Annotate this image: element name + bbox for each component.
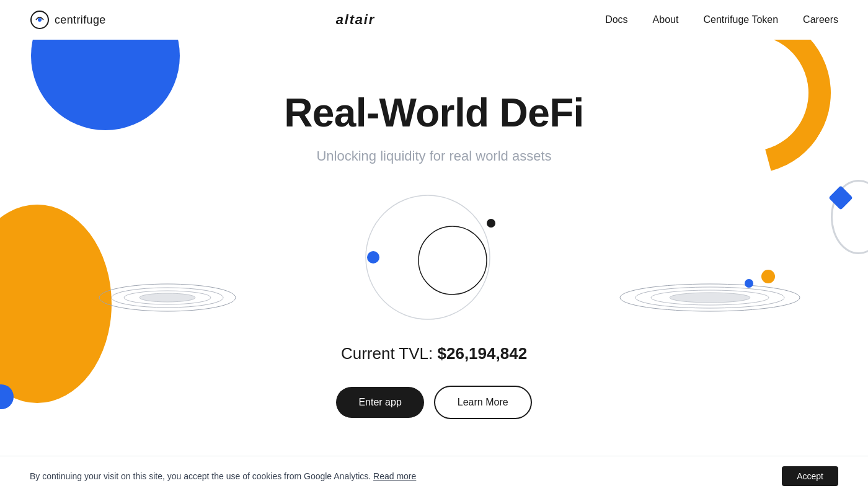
svg-point-1 [38,18,42,22]
learn-more-button[interactable]: Learn More [434,386,532,419]
nav-docs[interactable]: Docs [605,14,627,25]
cookie-accept-button[interactable]: Accept [782,466,838,486]
cookie-banner: By continuing your visit on this site, y… [0,456,868,496]
tvl-display: Current TVL: $26,194,842 [341,344,527,363]
centrifuge-logo[interactable]: centrifuge [30,10,106,30]
svg-point-13 [487,219,495,228]
nav-about[interactable]: About [653,14,679,25]
nav-token[interactable]: Centrifuge Token [703,14,778,25]
nav-links: Docs About Centrifuge Token Careers [605,14,838,25]
cookie-read-more-link[interactable]: Read more [373,471,416,481]
cookie-text: By continuing your visit on this site, y… [30,471,416,481]
nav-careers[interactable]: Careers [803,14,838,25]
orbital-graphic [335,189,533,326]
main-content: Real-World DeFi Unlocking liquidity for … [0,0,868,496]
centrifuge-logo-icon [30,10,50,30]
svg-point-11 [418,226,487,294]
tvl-value: $26,194,842 [438,344,528,363]
centrifuge-logo-text: centrifuge [55,14,106,27]
navbar: centrifuge altair Docs About Centrifuge … [0,0,868,40]
altair-logo: altair [336,12,375,28]
orbital-svg [335,189,533,326]
enter-app-button[interactable]: Enter app [336,387,423,418]
svg-point-12 [367,251,379,264]
tvl-label: Current TVL: [341,344,433,363]
svg-point-10 [366,195,490,319]
button-group: Enter app Learn More [336,386,531,419]
hero-subtitle: Unlocking liquidity for real world asset… [316,148,551,164]
logo-area: centrifuge [30,10,106,30]
hero-title: Real-World DeFi [284,90,584,136]
